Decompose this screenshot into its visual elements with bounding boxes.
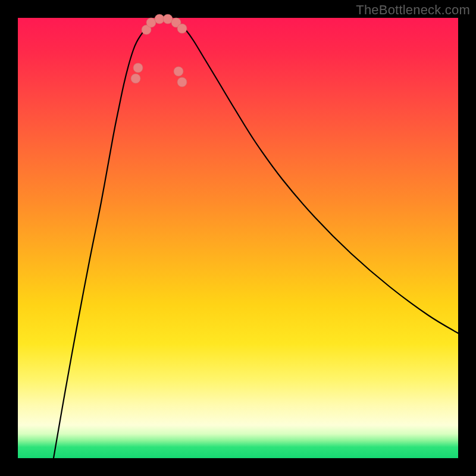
watermark-text: TheBottleneck.com <box>356 2 470 18</box>
data-marker <box>177 77 187 87</box>
data-marker <box>146 18 156 27</box>
data-marker <box>174 67 183 76</box>
data-marker <box>133 63 143 73</box>
curve-svg <box>18 18 458 458</box>
data-marker <box>131 74 140 83</box>
marker-group <box>131 14 187 87</box>
data-marker <box>155 14 164 24</box>
data-marker <box>163 14 173 24</box>
plot-area <box>18 18 458 458</box>
data-marker <box>177 24 187 33</box>
chart-frame: TheBottleneck.com <box>0 0 476 476</box>
bottleneck-curve <box>54 19 458 458</box>
